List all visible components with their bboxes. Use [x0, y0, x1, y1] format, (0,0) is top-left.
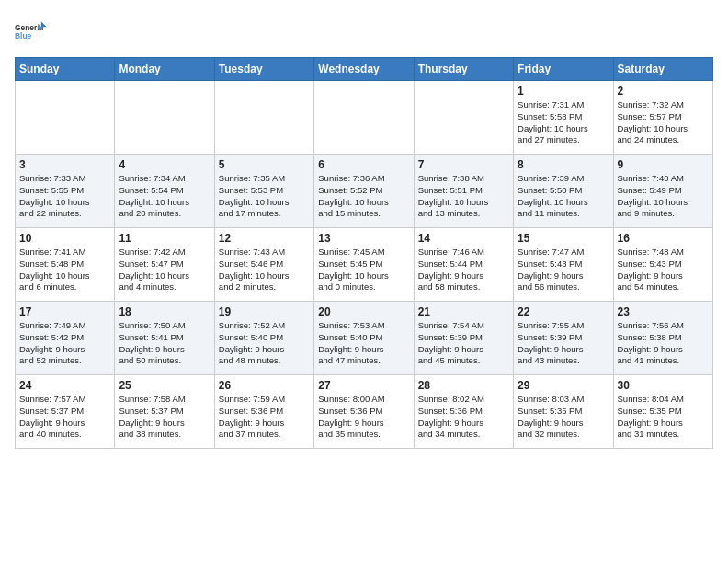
day-info: Sunrise: 7:49 AMSunset: 5:42 PMDaylight:… [19, 320, 110, 367]
day-info: Sunrise: 7:32 AMSunset: 5:57 PMDaylight:… [618, 99, 709, 146]
calendar-cell: 7Sunrise: 7:38 AMSunset: 5:51 PMDaylight… [414, 155, 513, 228]
calendar-cell: 4Sunrise: 7:34 AMSunset: 5:54 PMDaylight… [115, 155, 214, 228]
calendar-cell [115, 81, 214, 155]
header: GeneralBlue [15, 15, 713, 48]
day-info: Sunrise: 7:35 AMSunset: 5:53 PMDaylight:… [219, 173, 310, 220]
day-info: Sunrise: 7:59 AMSunset: 5:36 PMDaylight:… [219, 394, 310, 441]
day-number: 21 [418, 305, 509, 318]
day-number: 12 [219, 232, 310, 245]
calendar-week-5: 24Sunrise: 7:57 AMSunset: 5:37 PMDayligh… [16, 375, 713, 449]
day-number: 27 [318, 379, 409, 392]
calendar-cell: 10Sunrise: 7:41 AMSunset: 5:48 PMDayligh… [16, 228, 115, 302]
calendar-cell: 8Sunrise: 7:39 AMSunset: 5:50 PMDaylight… [514, 155, 613, 228]
day-info: Sunrise: 7:42 AMSunset: 5:47 PMDaylight:… [119, 247, 210, 293]
calendar-cell: 14Sunrise: 7:46 AMSunset: 5:44 PMDayligh… [414, 228, 513, 302]
day-info: Sunrise: 7:57 AMSunset: 5:37 PMDaylight:… [19, 394, 110, 441]
day-number: 22 [518, 305, 609, 318]
calendar-cell: 29Sunrise: 8:03 AMSunset: 5:35 PMDayligh… [514, 375, 613, 449]
calendar-cell: 24Sunrise: 7:57 AMSunset: 5:37 PMDayligh… [16, 375, 115, 449]
day-number: 23 [618, 305, 709, 318]
svg-text:Blue: Blue [15, 31, 32, 40]
day-info: Sunrise: 7:40 AMSunset: 5:49 PMDaylight:… [618, 173, 709, 220]
calendar-cell: 25Sunrise: 7:58 AMSunset: 5:37 PMDayligh… [115, 375, 214, 449]
page-container: GeneralBlue SundayMondayTuesdayWednesday… [0, 0, 728, 458]
day-number: 16 [618, 232, 709, 245]
calendar-cell: 26Sunrise: 7:59 AMSunset: 5:36 PMDayligh… [214, 375, 313, 449]
day-info: Sunrise: 7:56 AMSunset: 5:38 PMDaylight:… [618, 320, 709, 367]
calendar-cell: 6Sunrise: 7:36 AMSunset: 5:52 PMDaylight… [314, 155, 414, 228]
day-info: Sunrise: 7:58 AMSunset: 5:37 PMDaylight:… [119, 394, 210, 441]
day-number: 4 [119, 158, 210, 171]
calendar-week-2: 3Sunrise: 7:33 AMSunset: 5:55 PMDaylight… [16, 155, 713, 228]
day-info: Sunrise: 8:00 AMSunset: 5:36 PMDaylight:… [318, 394, 409, 441]
calendar-cell: 15Sunrise: 7:47 AMSunset: 5:43 PMDayligh… [514, 228, 613, 302]
day-info: Sunrise: 7:38 AMSunset: 5:51 PMDaylight:… [418, 173, 509, 220]
day-info: Sunrise: 8:02 AMSunset: 5:36 PMDaylight:… [418, 394, 509, 441]
calendar-cell: 11Sunrise: 7:42 AMSunset: 5:47 PMDayligh… [115, 228, 214, 302]
weekday-header-friday: Friday [514, 58, 613, 81]
day-number: 15 [518, 232, 609, 245]
calendar-cell: 2Sunrise: 7:32 AMSunset: 5:57 PMDaylight… [613, 81, 712, 155]
day-number: 3 [19, 158, 110, 171]
day-info: Sunrise: 7:46 AMSunset: 5:44 PMDaylight:… [418, 247, 509, 293]
day-info: Sunrise: 7:33 AMSunset: 5:55 PMDaylight:… [19, 173, 110, 220]
calendar-cell: 22Sunrise: 7:55 AMSunset: 5:39 PMDayligh… [514, 302, 613, 375]
calendar-cell [16, 81, 115, 155]
day-number: 30 [618, 379, 709, 392]
day-info: Sunrise: 7:54 AMSunset: 5:39 PMDaylight:… [418, 320, 509, 367]
day-info: Sunrise: 7:43 AMSunset: 5:46 PMDaylight:… [219, 247, 310, 293]
calendar-cell: 1Sunrise: 7:31 AMSunset: 5:58 PMDaylight… [514, 81, 613, 155]
logo: GeneralBlue [15, 15, 51, 48]
day-number: 8 [518, 158, 609, 171]
day-info: Sunrise: 7:36 AMSunset: 5:52 PMDaylight:… [318, 173, 409, 220]
weekday-header-row: SundayMondayTuesdayWednesdayThursdayFrid… [16, 58, 713, 81]
day-info: Sunrise: 8:03 AMSunset: 5:35 PMDaylight:… [518, 394, 609, 441]
calendar-cell: 12Sunrise: 7:43 AMSunset: 5:46 PMDayligh… [214, 228, 313, 302]
calendar-cell [414, 81, 513, 155]
calendar-cell: 5Sunrise: 7:35 AMSunset: 5:53 PMDaylight… [214, 155, 313, 228]
weekday-header-wednesday: Wednesday [314, 58, 414, 81]
day-number: 1 [518, 85, 609, 98]
weekday-header-monday: Monday [115, 58, 214, 81]
calendar-cell: 23Sunrise: 7:56 AMSunset: 5:38 PMDayligh… [613, 302, 712, 375]
calendar-table: SundayMondayTuesdayWednesdayThursdayFrid… [15, 57, 713, 449]
day-info: Sunrise: 7:53 AMSunset: 5:40 PMDaylight:… [318, 320, 409, 367]
day-number: 2 [618, 85, 709, 98]
day-number: 17 [19, 305, 110, 318]
day-info: Sunrise: 7:34 AMSunset: 5:54 PMDaylight:… [119, 173, 210, 220]
weekday-header-sunday: Sunday [16, 58, 115, 81]
day-number: 14 [418, 232, 509, 245]
day-number: 18 [119, 305, 210, 318]
calendar-cell: 16Sunrise: 7:48 AMSunset: 5:43 PMDayligh… [613, 228, 712, 302]
day-number: 28 [418, 379, 509, 392]
calendar-cell: 18Sunrise: 7:50 AMSunset: 5:41 PMDayligh… [115, 302, 214, 375]
day-number: 13 [318, 232, 409, 245]
calendar-cell: 20Sunrise: 7:53 AMSunset: 5:40 PMDayligh… [314, 302, 414, 375]
day-number: 26 [219, 379, 310, 392]
day-info: Sunrise: 7:55 AMSunset: 5:39 PMDaylight:… [518, 320, 609, 367]
day-number: 6 [318, 158, 409, 171]
day-number: 29 [518, 379, 609, 392]
logo-icon: GeneralBlue [15, 15, 48, 48]
day-info: Sunrise: 7:45 AMSunset: 5:45 PMDaylight:… [318, 247, 409, 293]
calendar-cell [214, 81, 313, 155]
day-info: Sunrise: 7:47 AMSunset: 5:43 PMDaylight:… [518, 247, 609, 293]
calendar-cell: 28Sunrise: 8:02 AMSunset: 5:36 PMDayligh… [414, 375, 513, 449]
day-number: 24 [19, 379, 110, 392]
day-number: 5 [219, 158, 310, 171]
calendar-cell [314, 81, 414, 155]
day-info: Sunrise: 7:41 AMSunset: 5:48 PMDaylight:… [19, 247, 110, 293]
calendar-week-3: 10Sunrise: 7:41 AMSunset: 5:48 PMDayligh… [16, 228, 713, 302]
day-number: 10 [19, 232, 110, 245]
day-info: Sunrise: 7:39 AMSunset: 5:50 PMDaylight:… [518, 173, 609, 220]
weekday-header-tuesday: Tuesday [214, 58, 313, 81]
day-info: Sunrise: 7:48 AMSunset: 5:43 PMDaylight:… [618, 247, 709, 293]
calendar-cell: 27Sunrise: 8:00 AMSunset: 5:36 PMDayligh… [314, 375, 414, 449]
calendar-week-1: 1Sunrise: 7:31 AMSunset: 5:58 PMDaylight… [16, 81, 713, 155]
day-number: 7 [418, 158, 509, 171]
calendar-cell: 30Sunrise: 8:04 AMSunset: 5:35 PMDayligh… [613, 375, 712, 449]
day-number: 11 [119, 232, 210, 245]
day-number: 20 [318, 305, 409, 318]
calendar-week-4: 17Sunrise: 7:49 AMSunset: 5:42 PMDayligh… [16, 302, 713, 375]
weekday-header-saturday: Saturday [613, 58, 712, 81]
